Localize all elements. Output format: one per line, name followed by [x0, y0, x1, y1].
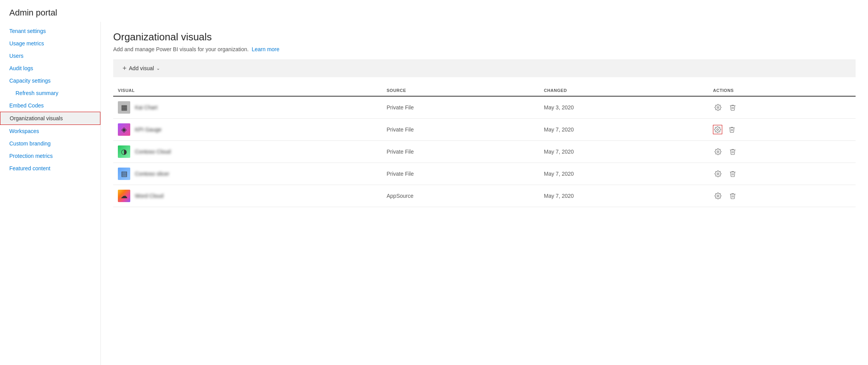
- source-cell-0: Private File: [382, 96, 539, 119]
- actions-div-1: [713, 125, 851, 135]
- table-header-row: VISUALSOURCECHANGEDACTIONS: [113, 85, 856, 96]
- actions-div-2: [713, 147, 851, 157]
- col-header-visual: VISUAL: [113, 85, 382, 96]
- visual-cell-inner: ▦ Kai Chart: [118, 101, 377, 114]
- source-cell-4: AppSource: [382, 185, 539, 207]
- sidebar-item-custom-branding[interactable]: Custom branding: [0, 137, 100, 150]
- add-visual-button[interactable]: + Add visual ⌄: [119, 63, 163, 73]
- sidebar-item-refresh-summary[interactable]: Refresh summary: [0, 87, 100, 99]
- actions-cell-3: [708, 163, 856, 185]
- toolbar: + Add visual ⌄: [113, 59, 856, 77]
- source-cell-3: Private File: [382, 163, 539, 185]
- sidebar-item-organizational-visuals[interactable]: Organizational visuals: [0, 112, 100, 125]
- visual-name-0: Kai Chart: [135, 104, 157, 111]
- sidebar-item-capacity-settings[interactable]: Capacity settings: [0, 74, 100, 87]
- settings-button-4[interactable]: [713, 191, 723, 201]
- actions-cell-0: [708, 96, 856, 119]
- actions-cell-1: [708, 119, 856, 141]
- table-row: ☁ Word Cloud AppSourceMay 7, 2020: [113, 185, 856, 207]
- visual-cell-3: ▤ Contoso slicer: [113, 163, 382, 185]
- visual-cell-4: ☁ Word Cloud: [113, 185, 382, 207]
- add-visual-label: Add visual: [129, 65, 154, 71]
- col-header-actions: ACTIONS: [708, 85, 856, 96]
- visual-cell-inner: ◑ Contoso Cloud: [118, 145, 377, 158]
- settings-button-2[interactable]: [713, 147, 723, 157]
- page-subtitle: Add and manage Power BI visuals for your…: [113, 46, 856, 52]
- delete-button-0[interactable]: [728, 102, 738, 112]
- sidebar-item-users[interactable]: Users: [0, 50, 100, 62]
- col-header-source: SOURCE: [382, 85, 539, 96]
- app-container: Admin portal Tenant settingsUsage metric…: [0, 0, 868, 365]
- source-cell-1: Private File: [382, 119, 539, 141]
- visual-thumb-4: ☁: [118, 190, 130, 202]
- visual-thumb-0: ▦: [118, 101, 130, 114]
- sidebar-item-embed-codes[interactable]: Embed Codes: [0, 99, 100, 112]
- changed-cell-3: May 7, 2020: [539, 163, 708, 185]
- page-title: Organizational visuals: [113, 31, 856, 43]
- sidebar: Tenant settingsUsage metricsUsersAudit l…: [0, 22, 101, 365]
- svg-point-4: [717, 195, 719, 197]
- settings-button-3[interactable]: [713, 169, 723, 179]
- svg-point-3: [717, 173, 719, 175]
- col-header-changed: CHANGED: [539, 85, 708, 96]
- table-row: ▦ Kai Chart Private FileMay 3, 2020: [113, 96, 856, 119]
- table-header: VISUALSOURCECHANGEDACTIONS: [113, 85, 856, 96]
- sidebar-item-usage-metrics[interactable]: Usage metrics: [0, 37, 100, 50]
- visual-name-3: Contoso slicer: [135, 171, 169, 177]
- table-body: ▦ Kai Chart Private FileMay 3, 2020 ◈ KP…: [113, 96, 856, 207]
- svg-point-2: [717, 151, 719, 153]
- visual-thumb-1: ◈: [118, 123, 130, 136]
- visual-name-4: Word Cloud: [135, 193, 164, 199]
- visual-cell-1: ◈ KPI Gauge: [113, 119, 382, 141]
- visual-cell-2: ◑ Contoso Cloud: [113, 141, 382, 163]
- table-row: ◑ Contoso Cloud Private FileMay 7, 2020: [113, 141, 856, 163]
- visual-cell-inner: ▤ Contoso slicer: [118, 168, 377, 180]
- delete-button-2[interactable]: [728, 147, 738, 157]
- visuals-table: VISUALSOURCECHANGEDACTIONS ▦ Kai Chart P…: [113, 85, 856, 207]
- visual-name-1: KPI Gauge: [135, 126, 162, 133]
- delete-button-1[interactable]: [727, 125, 737, 135]
- svg-point-1: [717, 129, 719, 131]
- app-title: Admin portal: [0, 0, 868, 22]
- visual-cell-0: ▦ Kai Chart: [113, 96, 382, 119]
- actions-div-3: [713, 169, 851, 179]
- source-cell-2: Private File: [382, 141, 539, 163]
- actions-div-4: [713, 191, 851, 201]
- changed-cell-0: May 3, 2020: [539, 96, 708, 119]
- plus-icon: +: [123, 65, 127, 72]
- settings-button-0[interactable]: [713, 102, 723, 112]
- chevron-down-icon: ⌄: [156, 66, 160, 71]
- sidebar-item-workspaces[interactable]: Workspaces: [0, 125, 100, 137]
- settings-button-1[interactable]: [713, 125, 722, 134]
- actions-cell-4: [708, 185, 856, 207]
- table-row: ◈ KPI Gauge Private FileMay 7, 2020: [113, 119, 856, 141]
- actions-cell-2: [708, 141, 856, 163]
- svg-point-0: [717, 107, 719, 109]
- sidebar-item-tenant-settings[interactable]: Tenant settings: [0, 25, 100, 37]
- visual-thumb-3: ▤: [118, 168, 130, 180]
- sidebar-item-audit-logs[interactable]: Audit logs: [0, 62, 100, 74]
- sidebar-item-featured-content[interactable]: Featured content: [0, 162, 100, 175]
- visual-name-2: Contoso Cloud: [135, 149, 171, 155]
- changed-cell-2: May 7, 2020: [539, 141, 708, 163]
- delete-button-4[interactable]: [728, 191, 738, 201]
- sidebar-item-protection-metrics[interactable]: Protection metrics: [0, 150, 100, 162]
- changed-cell-1: May 7, 2020: [539, 119, 708, 141]
- main-content: Organizational visuals Add and manage Po…: [101, 22, 868, 365]
- visual-cell-inner: ☁ Word Cloud: [118, 190, 377, 202]
- changed-cell-4: May 7, 2020: [539, 185, 708, 207]
- delete-button-3[interactable]: [728, 169, 738, 179]
- main-layout: Tenant settingsUsage metricsUsersAudit l…: [0, 22, 868, 365]
- table-row: ▤ Contoso slicer Private FileMay 7, 2020: [113, 163, 856, 185]
- actions-div-0: [713, 102, 851, 112]
- visual-thumb-2: ◑: [118, 145, 130, 158]
- learn-more-link[interactable]: Learn more: [252, 46, 280, 52]
- visual-cell-inner: ◈ KPI Gauge: [118, 123, 377, 136]
